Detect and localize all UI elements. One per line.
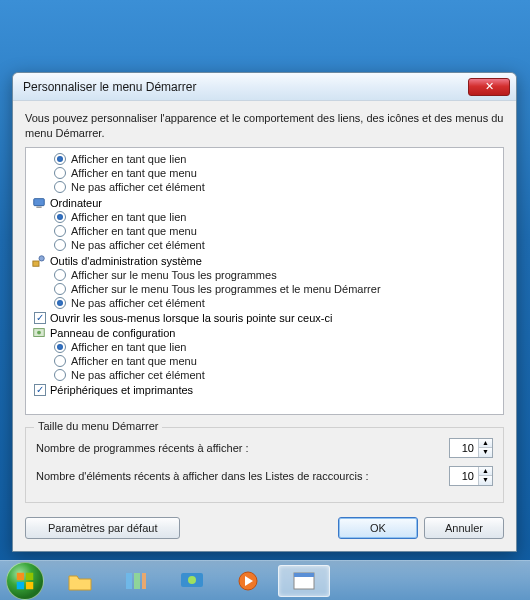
radio-icon[interactable] <box>54 297 66 309</box>
taskbar-item-library[interactable] <box>110 565 162 597</box>
ok-button[interactable]: OK <box>338 517 418 539</box>
spinner-up-icon[interactable]: ▲ <box>479 439 492 449</box>
jumplist-spinner[interactable]: ▲ ▼ <box>449 466 493 486</box>
svg-point-3 <box>39 255 44 260</box>
checkbox-label: Ouvrir les sous-menus lorsque la souris … <box>50 312 332 324</box>
cancel-button[interactable]: Annuler <box>424 517 504 539</box>
group-label: Panneau de configuration <box>50 327 175 339</box>
option-label: Ne pas afficher cet élément <box>71 239 205 251</box>
checkbox-label: Périphériques et imprimantes <box>50 384 193 396</box>
option-row[interactable]: Ne pas afficher cet élément <box>32 368 501 382</box>
option-row[interactable]: Afficher en tant que lien <box>32 210 501 224</box>
taskbar-item-explorer[interactable] <box>54 565 106 597</box>
svg-rect-10 <box>126 573 132 589</box>
svg-rect-6 <box>17 572 24 579</box>
option-row[interactable]: Afficher en tant que menu <box>32 354 501 368</box>
svg-rect-2 <box>33 261 39 266</box>
close-button[interactable]: ✕ <box>468 78 510 96</box>
radio-icon[interactable] <box>54 355 66 367</box>
svg-rect-12 <box>142 573 146 589</box>
radio-icon[interactable] <box>54 181 66 193</box>
option-row[interactable]: Afficher en tant que menu <box>32 166 501 180</box>
radio-icon[interactable] <box>54 167 66 179</box>
checkbox-row-submenus[interactable]: Ouvrir les sous-menus lorsque la souris … <box>32 312 501 324</box>
radio-icon[interactable] <box>54 283 66 295</box>
dialog-window-icon <box>291 570 317 592</box>
control-panel-icon <box>32 326 46 340</box>
taskbar-item-media-player[interactable] <box>222 565 274 597</box>
svg-point-5 <box>37 330 41 334</box>
button-bar: Paramètres par défaut OK Annuler <box>25 517 504 539</box>
group-header-computer: Ordinateur <box>32 196 501 210</box>
checkbox-icon[interactable] <box>34 384 46 396</box>
dialog-body: Vous pouvez personnaliser l'apparence et… <box>13 101 516 551</box>
defaults-button[interactable]: Paramètres par défaut <box>25 517 180 539</box>
radio-icon[interactable] <box>54 225 66 237</box>
option-label: Ne pas afficher cet élément <box>71 181 205 193</box>
svg-rect-9 <box>26 581 33 588</box>
group-label: Ordinateur <box>50 197 102 209</box>
option-label: Afficher sur le menu Tous les programmes… <box>71 283 381 295</box>
option-label: Afficher en tant que lien <box>71 211 186 223</box>
dialog-title: Personnaliser le menu Démarrer <box>23 80 468 94</box>
spinner-up-icon[interactable]: ▲ <box>479 467 492 477</box>
taskbar-item-media-center[interactable] <box>166 565 218 597</box>
svg-rect-18 <box>294 573 314 577</box>
option-label: Afficher sur le menu Tous les programmes <box>71 269 277 281</box>
taskbar-item-active-window[interactable] <box>278 565 330 597</box>
group-header-control-panel: Panneau de configuration <box>32 326 501 340</box>
option-label: Afficher en tant que menu <box>71 167 197 179</box>
jumplist-input[interactable] <box>450 467 478 485</box>
checkbox-icon[interactable] <box>34 312 46 324</box>
option-row[interactable]: Ne pas afficher cet élément <box>32 238 501 252</box>
radio-icon[interactable] <box>54 239 66 251</box>
svg-rect-11 <box>134 573 140 589</box>
media-center-icon <box>179 570 205 592</box>
options-scrollbox[interactable]: Afficher en tant que lien Afficher en ta… <box>25 147 504 415</box>
svg-rect-7 <box>26 572 33 579</box>
option-row[interactable]: Ne pas afficher cet élément <box>32 296 501 310</box>
svg-point-14 <box>188 576 196 584</box>
group-label: Outils d'administration système <box>50 255 202 267</box>
recent-programs-spinner[interactable]: ▲ ▼ <box>449 438 493 458</box>
group-header-admin-tools: Outils d'administration système <box>32 254 501 268</box>
spinner-down-icon[interactable]: ▼ <box>479 448 492 457</box>
option-row[interactable]: Ne pas afficher cet élément <box>32 180 501 194</box>
svg-rect-8 <box>17 581 24 588</box>
jumplist-row: Nombre d'éléments récents à afficher dan… <box>36 466 493 486</box>
option-label: Ne pas afficher cet élément <box>71 297 205 309</box>
radio-icon[interactable] <box>54 153 66 165</box>
svg-rect-1 <box>36 206 41 207</box>
option-label: Afficher en tant que menu <box>71 355 197 367</box>
groupbox-legend: Taille du menu Démarrer <box>34 420 162 432</box>
start-button[interactable] <box>6 562 44 600</box>
library-icon <box>123 570 149 592</box>
recent-programs-row: Nombre de programmes récents à afficher … <box>36 438 493 458</box>
folder-icon <box>67 570 93 592</box>
close-icon: ✕ <box>485 80 494 93</box>
option-row[interactable]: Afficher en tant que lien <box>32 152 501 166</box>
windows-logo-icon <box>14 570 36 592</box>
intro-text: Vous pouvez personnaliser l'apparence et… <box>25 111 504 141</box>
titlebar[interactable]: Personnaliser le menu Démarrer ✕ <box>13 73 516 101</box>
spinner-down-icon[interactable]: ▼ <box>479 476 492 485</box>
option-row[interactable]: Afficher en tant que lien <box>32 340 501 354</box>
option-label: Afficher en tant que lien <box>71 341 186 353</box>
option-row[interactable]: Afficher sur le menu Tous les programmes… <box>32 282 501 296</box>
taskbar[interactable] <box>0 560 530 600</box>
radio-icon[interactable] <box>54 269 66 281</box>
option-label: Afficher en tant que menu <box>71 225 197 237</box>
option-row[interactable]: Afficher en tant que menu <box>32 224 501 238</box>
recent-programs-input[interactable] <box>450 439 478 457</box>
customize-start-menu-dialog: Personnaliser le menu Démarrer ✕ Vous po… <box>12 72 517 552</box>
option-row[interactable]: Afficher sur le menu Tous les programmes <box>32 268 501 282</box>
computer-icon <box>32 196 46 210</box>
radio-icon[interactable] <box>54 211 66 223</box>
start-menu-size-group: Taille du menu Démarrer Nombre de progra… <box>25 427 504 503</box>
option-label: Afficher en tant que lien <box>71 153 186 165</box>
checkbox-row-devices-printers[interactable]: Périphériques et imprimantes <box>32 384 501 396</box>
tools-icon <box>32 254 46 268</box>
radio-icon[interactable] <box>54 369 66 381</box>
radio-icon[interactable] <box>54 341 66 353</box>
media-player-icon <box>235 570 261 592</box>
